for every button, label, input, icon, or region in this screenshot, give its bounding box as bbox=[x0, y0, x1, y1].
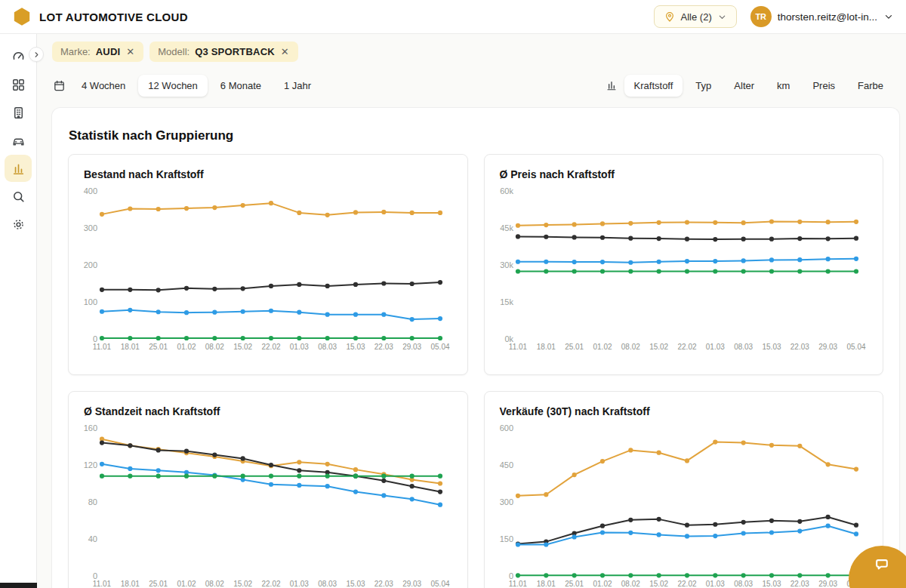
filter-chips-row: Marke:AUDI✕Modell:Q3 SPORTBACK✕ bbox=[37, 34, 906, 62]
data-point-green bbox=[353, 336, 358, 340]
close-icon[interactable]: ✕ bbox=[280, 46, 290, 57]
data-point-orange bbox=[353, 467, 358, 472]
data-point-green bbox=[825, 573, 830, 577]
data-point-blue bbox=[297, 483, 301, 488]
x-tick-label: 05.04 bbox=[430, 343, 449, 351]
tab-farbe[interactable]: Farbe bbox=[848, 75, 893, 97]
x-tick-label: 22.03 bbox=[790, 343, 809, 351]
data-point-green bbox=[628, 573, 633, 577]
data-point-black bbox=[156, 288, 161, 292]
data-point-orange bbox=[853, 220, 858, 224]
location-selector-button[interactable]: Alle (2) bbox=[654, 5, 737, 28]
data-point-orange bbox=[297, 211, 301, 215]
toolbar-row: 4 Wochen12 Wochen6 Monate1 Jahr Kraftsto… bbox=[37, 72, 906, 98]
data-point-green bbox=[544, 573, 548, 577]
y-tick-label: 40 bbox=[88, 534, 97, 543]
sidebar-item-grid[interactable] bbox=[5, 71, 32, 98]
data-point-black bbox=[128, 288, 132, 292]
data-point-green bbox=[769, 269, 773, 273]
x-tick-label: 08.03 bbox=[734, 580, 753, 588]
data-point-green bbox=[797, 573, 802, 577]
data-point-blue bbox=[381, 493, 386, 497]
data-point-black bbox=[544, 235, 548, 239]
y-tick-label: 600 bbox=[499, 423, 513, 433]
data-point-black bbox=[684, 237, 689, 242]
x-tick-label: 29.03 bbox=[818, 580, 837, 588]
data-point-green bbox=[156, 336, 161, 340]
data-point-blue bbox=[353, 489, 358, 494]
x-tick-label: 05.04 bbox=[846, 343, 865, 351]
x-tick-label: 15.03 bbox=[346, 580, 365, 588]
line-series-orange bbox=[518, 442, 856, 496]
chart-card-1: Bestand nach Kraftstoff010020030040011.0… bbox=[68, 154, 468, 375]
location-pin-icon bbox=[664, 11, 676, 23]
gauge-icon bbox=[11, 50, 26, 64]
data-point-black bbox=[825, 236, 830, 241]
data-point-blue bbox=[438, 503, 442, 507]
tab-4-wochen[interactable]: 4 Wochen bbox=[72, 75, 135, 97]
y-tick-label: 300 bbox=[84, 223, 97, 232]
x-tick-label: 25.01 bbox=[565, 580, 584, 588]
data-point-green bbox=[100, 474, 104, 479]
chip-label: Marke: bbox=[60, 46, 91, 57]
close-icon[interactable]: ✕ bbox=[125, 46, 135, 57]
data-point-black bbox=[100, 288, 104, 292]
data-point-orange bbox=[656, 451, 661, 455]
data-point-black bbox=[769, 519, 773, 523]
chart-title: Ø Standzeit nach Kraftstoff bbox=[69, 392, 467, 417]
data-point-black bbox=[410, 484, 414, 488]
x-tick-label: 11.01 bbox=[508, 343, 527, 351]
sidebar-expand-button[interactable] bbox=[29, 47, 44, 62]
data-point-black bbox=[381, 479, 386, 483]
sidebar-item-gauge[interactable] bbox=[5, 43, 32, 70]
x-tick-label: 29.03 bbox=[818, 343, 837, 351]
chevron-down-icon bbox=[717, 12, 727, 22]
x-tick-label: 18.01 bbox=[121, 343, 140, 351]
data-point-green bbox=[241, 336, 245, 340]
data-point-black bbox=[438, 489, 442, 494]
data-point-black bbox=[713, 522, 717, 527]
time-range-tabs: 4 Wochen12 Wochen6 Monate1 Jahr bbox=[49, 75, 321, 97]
sidebar-item-car[interactable] bbox=[5, 127, 32, 154]
data-point-green bbox=[515, 269, 519, 273]
data-point-orange bbox=[599, 221, 604, 226]
tab-preis[interactable]: Preis bbox=[803, 75, 845, 97]
bar-chart-icon bbox=[602, 75, 621, 95]
data-point-blue bbox=[184, 310, 189, 315]
data-point-green bbox=[325, 474, 330, 479]
tab-1-jahr[interactable]: 1 Jahr bbox=[274, 75, 321, 97]
data-point-blue bbox=[797, 257, 802, 262]
data-point-green bbox=[741, 269, 745, 273]
sidebar-item-search[interactable] bbox=[5, 183, 32, 210]
data-point-black bbox=[353, 282, 358, 287]
x-tick-label: 08.02 bbox=[621, 580, 639, 588]
data-point-green bbox=[713, 573, 717, 577]
sidebar-item-gear[interactable] bbox=[5, 211, 32, 238]
x-tick-label: 01.02 bbox=[593, 580, 612, 588]
x-tick-label: 11.01 bbox=[508, 580, 527, 588]
sidebar-item-bar-chart[interactable] bbox=[5, 155, 32, 182]
tab-typ[interactable]: Typ bbox=[686, 75, 721, 97]
data-point-orange bbox=[713, 440, 717, 445]
user-menu[interactable]: TR thorsten.reitz@lot-in... bbox=[750, 6, 894, 27]
data-point-black bbox=[381, 281, 386, 285]
data-point-orange bbox=[297, 460, 301, 464]
chip-value: Q3 SPORTBACK bbox=[195, 46, 275, 57]
building-icon bbox=[11, 106, 26, 120]
gear-icon bbox=[11, 217, 26, 232]
tab-12-wochen[interactable]: 12 Wochen bbox=[138, 75, 208, 97]
data-point-orange bbox=[628, 221, 633, 226]
tab-alter[interactable]: Alter bbox=[724, 75, 764, 97]
data-point-green bbox=[769, 573, 773, 577]
data-point-black bbox=[184, 286, 189, 291]
x-tick-label: 11.01 bbox=[93, 580, 112, 588]
x-tick-label: 01.03 bbox=[290, 343, 309, 351]
tab-km[interactable]: km bbox=[767, 75, 800, 97]
data-point-green bbox=[599, 269, 604, 273]
tab-6-monate[interactable]: 6 Monate bbox=[211, 75, 271, 97]
sidebar-item-building[interactable] bbox=[5, 99, 32, 126]
data-point-black bbox=[853, 236, 858, 241]
tab-kraftstoff[interactable]: Kraftstoff bbox=[624, 75, 683, 97]
data-point-black bbox=[156, 448, 161, 452]
x-tick-label: 15.03 bbox=[346, 343, 365, 351]
